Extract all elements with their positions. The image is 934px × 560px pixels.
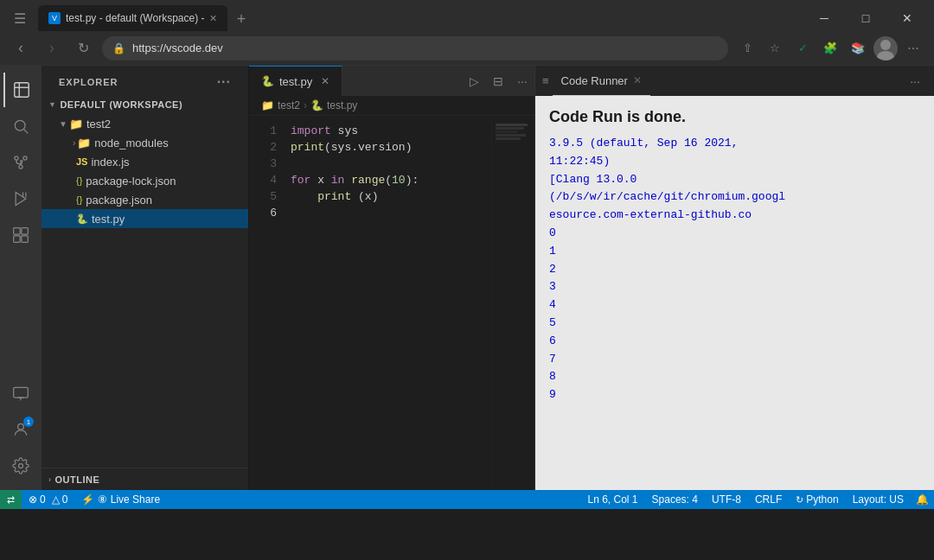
workspace-label: DEFAULT (WORKSPACE) — [60, 99, 182, 110]
sidebar-header: EXPLORER ··· — [42, 66, 248, 95]
address-bar[interactable]: 🔒 https://vscode.dev — [102, 36, 728, 60]
tree-item-label-package-lock: package-lock.json — [86, 175, 176, 188]
layout-status[interactable]: Layout: US — [846, 490, 911, 509]
run-done-text: Code Run is done. — [549, 108, 920, 126]
editor-tab-test-py[interactable]: 🐍 test.py ✕ — [249, 66, 342, 96]
py-tab-icon: 🐍 — [261, 75, 274, 87]
explorer-activity-icon[interactable] — [3, 73, 38, 107]
line-ending-status[interactable]: CRLF — [748, 490, 789, 509]
vscode-container: 1 EXPLORER ··· ▼ DEFAULT (WORKSPACE) ▼ 📁 — [0, 66, 934, 509]
verified-icon[interactable]: ✓ — [790, 36, 815, 60]
code-runner-tab[interactable]: Code Runner ✕ — [553, 66, 650, 96]
output-num-5: 5 — [549, 315, 920, 333]
notification-button[interactable]: 🔔 — [911, 490, 934, 509]
output-line-4: (/b/s/w/ir/cache/git/chromium.googl — [549, 188, 920, 207]
tree-item-package-lock[interactable]: {} package-lock.json — [42, 171, 248, 190]
breadcrumb-file: test.py — [327, 99, 357, 111]
lock-icon: 🔒 — [112, 42, 125, 54]
tree-item-node-modules[interactable]: › 📁 node_modules — [42, 133, 248, 152]
tab-close-button[interactable]: ✕ — [321, 75, 329, 87]
panel-tab-label: Code Runner — [561, 74, 628, 87]
output-num-4: 4 — [549, 296, 920, 315]
remote-explorer-activity-icon[interactable] — [3, 376, 38, 410]
output-num-7: 7 — [549, 351, 920, 369]
profile-avatar[interactable] — [873, 36, 898, 60]
tree-item-package-json[interactable]: {} package.json — [42, 190, 248, 209]
language-text: Python — [806, 493, 838, 506]
warning-count: 0 — [62, 493, 68, 506]
extensions-activity-icon[interactable] — [3, 218, 38, 252]
accounts-badge: 1 — [23, 417, 34, 427]
new-tab-button[interactable]: + — [229, 7, 253, 31]
remote-status-item[interactable]: ⇄ — [0, 490, 22, 509]
output-line-3: [Clang 13.0.0 — [549, 171, 920, 189]
favorites-icon[interactable]: ☆ — [763, 36, 787, 60]
run-code-button[interactable]: ▷ — [462, 69, 486, 93]
output-num-6: 6 — [549, 333, 920, 351]
encoding-status[interactable]: UTF-8 — [705, 490, 748, 509]
py-file-icon: 🐍 — [76, 213, 88, 225]
tab-label: test.py - default (Workspace) - V — [66, 12, 204, 24]
live-share-icon: ⚡ — [81, 493, 94, 506]
layout-text: Layout: US — [853, 493, 904, 506]
line-num-6: 6 — [249, 205, 277, 221]
tab-close-icon[interactable]: ✕ — [209, 13, 217, 24]
more-options-icon[interactable]: ··· — [901, 36, 925, 60]
errors-status-item[interactable]: ⊗ 0 △ 0 — [22, 490, 74, 509]
line-num-5: 5 — [249, 188, 277, 205]
js-file-icon: JS — [76, 156, 87, 167]
tab-favicon: V — [48, 12, 61, 24]
explorer-more-icon[interactable]: ··· — [217, 74, 231, 90]
tree-item-index-js[interactable]: JS index.js — [42, 152, 248, 171]
refresh-button[interactable]: ↻ — [71, 36, 95, 60]
folder-icon-node-modules: 📁 — [77, 137, 91, 150]
svg-point-7 — [19, 165, 22, 169]
panel-more-button[interactable]: ··· — [903, 69, 927, 93]
nav-icons-group: ⇧ ☆ ✓ 🧩 📚 ··· — [735, 36, 925, 60]
editor-more-button[interactable]: ··· — [510, 69, 534, 93]
panel-tab-close[interactable]: ✕ — [633, 74, 642, 86]
svg-line-4 — [24, 130, 29, 134]
code-line-2: print(sys.version) — [291, 139, 491, 156]
svg-point-1 — [877, 51, 894, 60]
panel-icon: ≡ — [542, 74, 549, 87]
hamburger-menu[interactable]: ☰ — [7, 5, 33, 31]
sidebar: EXPLORER ··· ▼ DEFAULT (WORKSPACE) ▼ 📁 t… — [42, 66, 249, 490]
settings-activity-icon[interactable] — [3, 449, 38, 483]
search-activity-icon[interactable] — [3, 109, 38, 143]
svg-point-6 — [23, 156, 27, 160]
outline-label: OUTLINE — [55, 474, 100, 485]
explorer-title: EXPLORER — [59, 77, 118, 87]
position-status[interactable]: Ln 6, Col 1 — [581, 490, 645, 509]
collections-icon[interactable]: 📚 — [846, 36, 870, 60]
language-status[interactable]: ↻ Python — [789, 490, 845, 509]
output-line-5: esource.com-external-github.co — [549, 207, 920, 225]
spaces-status[interactable]: Spaces: 4 — [645, 490, 705, 509]
outline-section[interactable]: › OUTLINE — [42, 468, 248, 490]
tree-item-test-py[interactable]: 🐍 test.py — [42, 209, 248, 228]
back-button[interactable]: ‹ — [9, 36, 33, 60]
svg-rect-16 — [14, 387, 29, 398]
active-tab[interactable]: V test.py - default (Workspace) - V ✕ — [38, 5, 227, 31]
maximize-button[interactable]: □ — [846, 5, 886, 31]
output-num-1: 1 — [549, 243, 920, 261]
status-bar: ⇄ ⊗ 0 △ 0 ⚡ ⑧ Live Share Ln 6, Col 1 Spa… — [0, 490, 934, 509]
output-line-2: 11:22:45) — [549, 153, 920, 171]
line-num-2: 2 — [249, 139, 277, 156]
run-debug-activity-icon[interactable] — [3, 181, 38, 216]
code-editor[interactable]: import sys print(sys.version) for x in r… — [284, 116, 491, 490]
share-icon[interactable]: ⇧ — [735, 36, 759, 60]
source-control-activity-icon[interactable] — [3, 145, 38, 180]
accounts-activity-icon[interactable]: 1 — [3, 412, 38, 447]
output-num-2: 2 — [549, 261, 920, 279]
close-window-button[interactable]: ✕ — [887, 5, 927, 31]
workspace-header[interactable]: ▼ DEFAULT (WORKSPACE) — [42, 95, 248, 114]
split-editor-button[interactable]: ⊟ — [486, 69, 510, 93]
forward-button[interactable]: › — [40, 36, 64, 60]
minimize-button[interactable]: ─ — [804, 5, 844, 31]
output-num-3: 3 — [549, 278, 920, 296]
tree-item-test2[interactable]: ▼ 📁 test2 — [42, 114, 248, 133]
extensions-browser-icon[interactable]: 🧩 — [818, 36, 842, 60]
code-line-5: print (x) — [291, 188, 491, 205]
live-share-status[interactable]: ⚡ ⑧ Live Share — [74, 490, 167, 509]
